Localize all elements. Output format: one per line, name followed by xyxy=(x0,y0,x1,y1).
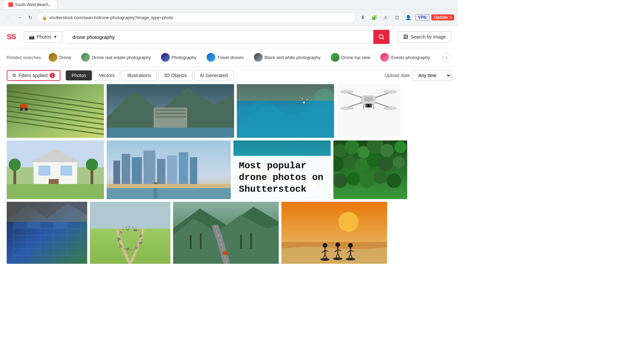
svg-line-39 xyxy=(373,104,374,109)
tab-ai-generated[interactable]: AI Generated xyxy=(194,70,233,80)
upload-date-select[interactable]: Any time Last week Last month Last year xyxy=(413,70,451,81)
tab-favicon xyxy=(8,2,13,7)
related-item-label: Black and white photography xyxy=(265,55,321,60)
search-by-image-button[interactable]: 🖼 Search by image xyxy=(397,31,451,43)
image-cell-turquoise-water[interactable]: Most popular drone photos on Shutterstoc… xyxy=(233,140,331,199)
related-item-drone[interactable]: Drone xyxy=(45,52,74,63)
related-item-real-estate[interactable]: Drone real estate photography xyxy=(78,52,154,63)
related-item-bw[interactable]: Black and white photography xyxy=(251,52,324,63)
search-type-button[interactable]: 📷 Photos ▼ xyxy=(24,31,62,43)
browser-toolbar: ← → ↻ 🔒 ⬇ 🧩 ⚠ ⊡ 👤 VPN Update ≡ xyxy=(0,9,458,25)
related-item-top[interactable]: Drone top view xyxy=(327,52,374,63)
filters-label: Filters applied xyxy=(18,73,48,78)
svg-rect-44 xyxy=(39,166,50,176)
image-cell-house[interactable] xyxy=(7,140,104,199)
grid-row-3 xyxy=(7,202,451,264)
svg-rect-124 xyxy=(223,251,228,255)
svg-point-75 xyxy=(380,144,394,157)
related-item-photography[interactable]: Photography xyxy=(158,52,200,63)
svg-line-1 xyxy=(383,38,384,40)
filters-applied-button[interactable]: ⚙ Filters applied 1 xyxy=(7,70,60,81)
image-cell-solar[interactable] xyxy=(7,202,87,264)
wave-image xyxy=(237,84,334,138)
image-cell-farm[interactable] xyxy=(7,84,104,138)
related-item-label: Travel drones xyxy=(217,55,244,60)
vpn-badge[interactable]: VPN xyxy=(415,14,430,21)
svg-rect-47 xyxy=(7,184,104,199)
browser-tab[interactable]: South West Beach... xyxy=(3,0,57,9)
svg-point-34 xyxy=(384,107,397,110)
extensions-button[interactable]: 🧩 xyxy=(370,13,379,22)
svg-point-85 xyxy=(360,173,374,188)
image-cell-dam[interactable] xyxy=(107,84,234,138)
city-image xyxy=(107,140,231,199)
promo-heading: Most popular drone photos on Shutterstoc… xyxy=(239,160,331,195)
svg-point-134 xyxy=(320,258,330,261)
related-item-product[interactable]: Product photography xyxy=(437,52,439,63)
tab-vectors[interactable]: Vectors xyxy=(93,70,120,80)
screen-button[interactable]: ⊡ xyxy=(392,13,402,22)
upload-date-label: Upload date xyxy=(384,73,410,78)
image-cell-city[interactable] xyxy=(107,140,231,199)
svg-rect-24 xyxy=(237,84,334,101)
related-thumb-top xyxy=(331,53,339,62)
tab-photos[interactable]: Photos xyxy=(66,70,92,80)
related-item-events[interactable]: Events photography xyxy=(377,52,433,63)
svg-rect-26 xyxy=(364,97,373,102)
related-more-button[interactable]: › xyxy=(442,53,451,62)
related-thumb-photography xyxy=(161,53,170,62)
tab-illustrations[interactable]: Illustrations xyxy=(121,70,157,80)
forward-button[interactable]: → xyxy=(15,13,24,22)
svg-rect-121 xyxy=(200,234,202,249)
related-item-label: Drone xyxy=(59,55,71,60)
svg-rect-18 xyxy=(155,116,185,118)
image-cell-forest[interactable] xyxy=(333,140,407,199)
image-grid: Most popular drone photos on Shutterstoc… xyxy=(0,84,458,273)
svg-rect-122 xyxy=(240,235,242,249)
related-items-list: Drone Drone real estate photography Phot… xyxy=(45,52,439,63)
related-item-label: Events photography xyxy=(391,55,430,60)
update-badge[interactable]: Update ≡ xyxy=(431,14,454,20)
address-bar-container[interactable]: 🔒 xyxy=(38,12,356,23)
related-thumb-travel xyxy=(207,53,215,62)
sunset-surfers-image xyxy=(281,202,387,264)
related-item-label: Photography xyxy=(172,55,197,60)
svg-rect-60 xyxy=(190,157,197,187)
nav-buttons: ← → ↻ xyxy=(4,13,35,22)
image-cell-wave[interactable] xyxy=(237,84,334,138)
filter-icon: ⚙ xyxy=(12,73,16,78)
filter-right: Upload date Any time Last week Last mont… xyxy=(384,70,451,81)
alert-button[interactable]: ⚠ xyxy=(381,13,390,22)
refresh-button[interactable]: ↻ xyxy=(25,13,35,22)
search-button[interactable] xyxy=(373,30,389,44)
back-button[interactable]: ← xyxy=(4,13,13,22)
image-cell-stonehenge[interactable] xyxy=(90,202,170,264)
svg-point-37 xyxy=(368,105,370,107)
browser-chrome: South West Beach... ← → ↻ 🔒 ⬇ 🧩 ⚠ ⊡ 👤 VP… xyxy=(0,0,458,26)
svg-rect-100 xyxy=(41,222,53,228)
image-cell-sunset-surfers[interactable] xyxy=(281,202,387,264)
svg-point-128 xyxy=(323,243,327,248)
search-input[interactable] xyxy=(68,30,373,44)
svg-point-33 xyxy=(340,107,354,110)
address-bar[interactable] xyxy=(49,15,351,20)
image-cell-mountain-road[interactable] xyxy=(173,202,279,264)
svg-rect-45 xyxy=(60,166,72,176)
svg-point-32 xyxy=(384,90,397,94)
svg-point-72 xyxy=(344,140,359,155)
download-button[interactable]: ⬇ xyxy=(358,13,368,22)
svg-rect-63 xyxy=(107,187,231,199)
svg-rect-106 xyxy=(90,202,170,229)
chevron-down-icon: ▼ xyxy=(53,35,57,39)
svg-rect-57 xyxy=(157,159,165,187)
tab-3d-objects[interactable]: 3D Objects xyxy=(158,70,193,80)
related-searches: Related searches: Drone Drone real estat… xyxy=(0,48,458,67)
svg-point-135 xyxy=(335,242,340,247)
svg-point-82 xyxy=(393,156,405,168)
svg-rect-101 xyxy=(54,222,67,228)
svg-rect-64 xyxy=(107,184,231,188)
tab-bar: South West Beach... xyxy=(0,0,458,9)
profile-button[interactable]: 👤 xyxy=(404,13,413,22)
related-item-travel[interactable]: Travel drones xyxy=(203,52,247,63)
svg-line-38 xyxy=(363,104,364,109)
